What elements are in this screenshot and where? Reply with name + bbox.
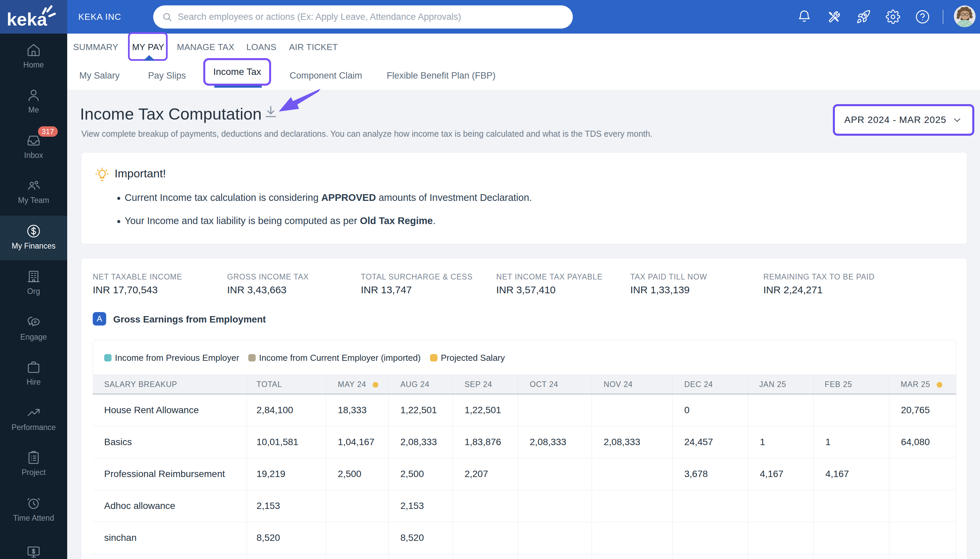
svg-text:keka: keka	[7, 9, 47, 29]
